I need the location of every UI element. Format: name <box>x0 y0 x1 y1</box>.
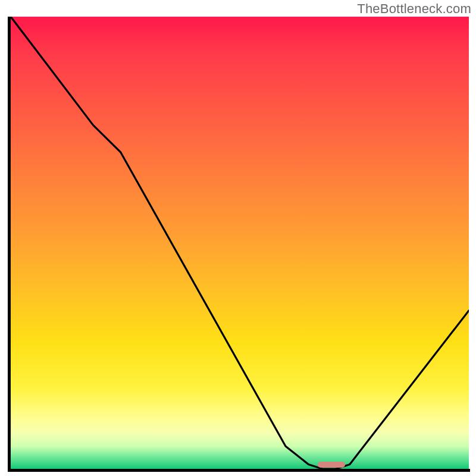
plot-gradient-background <box>11 17 469 469</box>
y-axis <box>8 17 11 470</box>
plot-area <box>11 17 469 469</box>
x-axis <box>8 469 470 472</box>
watermark-text: TheBottleneck.com <box>357 1 471 17</box>
chart-frame: TheBottleneck.com <box>0 0 476 476</box>
optimal-marker <box>318 462 345 468</box>
